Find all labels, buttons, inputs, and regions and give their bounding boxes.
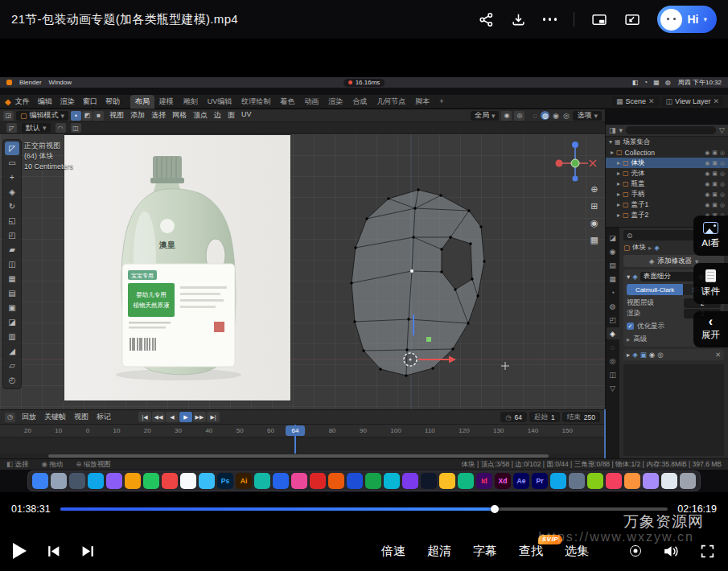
dock-app-icon[interactable] bbox=[439, 473, 455, 489]
falloff-icon[interactable]: ◠ bbox=[56, 123, 66, 133]
ai-assistant-button[interactable]: AI看 bbox=[693, 216, 728, 256]
dock-app-icon[interactable] bbox=[69, 473, 85, 489]
current-frame-field[interactable]: ◷64 bbox=[500, 412, 527, 422]
eye-toggle-icon[interactable]: ◉ bbox=[705, 191, 709, 198]
dock-app-icon[interactable] bbox=[624, 473, 640, 489]
workspace-tab[interactable]: + bbox=[434, 95, 448, 109]
modifier-header-collapsed[interactable]: ▸◈▣◉◎✕ bbox=[623, 349, 724, 360]
physics-tab-icon[interactable]: ◎ bbox=[607, 355, 619, 367]
workspace-tab[interactable]: 渲染 bbox=[323, 95, 348, 109]
zoom-icon[interactable]: ⊕ bbox=[590, 184, 598, 195]
catmull-clark-button[interactable]: Catmull-Clark bbox=[627, 284, 683, 295]
frame-start-field[interactable]: 起始1 bbox=[529, 412, 560, 422]
frame-end-field[interactable]: 结束250 bbox=[562, 412, 600, 422]
edge-mode-button[interactable]: ◩ bbox=[82, 111, 93, 121]
viewport-menu-item[interactable]: 顶点 bbox=[190, 110, 211, 121]
workspace-tab[interactable]: 纹理绘制 bbox=[236, 95, 275, 109]
eye-toggle-icon[interactable]: ◉ bbox=[705, 150, 709, 156]
options-dropdown[interactable]: 选项▾ bbox=[573, 111, 602, 121]
subtitle-button[interactable]: 字幕 SVIP bbox=[473, 544, 497, 559]
camera-toggle-icon[interactable]: ◎ bbox=[720, 150, 725, 156]
timeline-editor-icon[interactable]: ◷ bbox=[5, 413, 15, 422]
bevel-tool-icon[interactable]: ◪ bbox=[5, 315, 19, 329]
inset-tool-icon[interactable]: ▣ bbox=[5, 301, 19, 314]
dock-app-icon[interactable] bbox=[643, 473, 659, 489]
transform-tool-icon[interactable]: ◰ bbox=[5, 228, 19, 242]
volume-button[interactable] bbox=[663, 544, 678, 559]
camera-view-icon[interactable]: ◉ bbox=[590, 218, 598, 228]
expand-caret-icon[interactable]: ▾ bbox=[627, 273, 630, 281]
wifi-icon[interactable]: ◔ bbox=[644, 79, 648, 86]
extrude-tool-icon[interactable]: ▤ bbox=[5, 286, 19, 300]
workspace-tab[interactable]: 几何节点 bbox=[372, 95, 410, 109]
dock-app-icon[interactable]: Ai bbox=[236, 473, 252, 489]
wireframe-shading-icon[interactable]: ◌ bbox=[530, 111, 539, 120]
dock-app-icon[interactable] bbox=[421, 473, 437, 489]
workspace-tab[interactable]: 着色 bbox=[275, 95, 299, 109]
scene-selector[interactable]: ▦Scene✕ bbox=[612, 97, 659, 106]
screen-toggle-icon[interactable]: ▣ bbox=[712, 181, 718, 187]
outliner-filter-icon[interactable]: ▽ bbox=[719, 126, 725, 134]
dock-app-icon[interactable] bbox=[106, 473, 122, 489]
expand-button[interactable]: ‹ 展开 bbox=[693, 311, 728, 347]
dock-app-icon[interactable]: Ae bbox=[513, 473, 529, 489]
object-tab-icon[interactable]: ◰ bbox=[607, 314, 619, 326]
next-episode-button[interactable] bbox=[80, 544, 96, 559]
spotlight-icon[interactable]: ◍ bbox=[665, 79, 671, 86]
screen-toggle-icon[interactable]: ▣ bbox=[712, 191, 718, 198]
checkbox-checked-icon[interactable]: ✓ bbox=[627, 322, 634, 330]
dock-app-icon[interactable] bbox=[180, 473, 196, 489]
move-tool-icon[interactable]: ◈ bbox=[5, 185, 19, 199]
viewlayer-selector[interactable]: ◫View Layer✕ bbox=[662, 97, 723, 106]
particles-tab-icon[interactable]: ◌ bbox=[607, 341, 619, 353]
outliner-dropdown-icon[interactable]: ▾ bbox=[619, 126, 623, 134]
dock-app-icon[interactable] bbox=[347, 473, 363, 489]
eye-toggle-icon[interactable]: ◉ bbox=[705, 202, 709, 208]
user-badge-button[interactable]: Hi ▾ bbox=[657, 6, 717, 33]
screen-toggle-icon[interactable]: ▣ bbox=[712, 150, 718, 156]
toggle-ortho-icon[interactable]: ▦ bbox=[590, 235, 598, 245]
modifier-name-field[interactable]: 表面细分 bbox=[640, 272, 696, 281]
workspace-tab[interactable]: 雕刻 bbox=[179, 95, 203, 109]
constraint-tab-icon[interactable]: ◫ bbox=[607, 368, 619, 380]
dock-app-icon[interactable] bbox=[365, 473, 381, 489]
dock-app-icon[interactable] bbox=[291, 473, 307, 489]
data-tab-icon[interactable]: ▽ bbox=[607, 382, 619, 394]
speed-button[interactable]: 倍速 SVIP bbox=[381, 544, 405, 559]
dock-app-icon[interactable] bbox=[661, 473, 677, 489]
dock-app-icon[interactable] bbox=[125, 473, 141, 489]
add-cube-tool-icon[interactable]: ▦ bbox=[5, 272, 19, 286]
rotate-tool-icon[interactable]: ↻ bbox=[5, 199, 19, 213]
camera-toggle-icon[interactable]: ◎ bbox=[720, 170, 725, 177]
play-button[interactable] bbox=[13, 543, 27, 559]
poly-build-tool-icon[interactable]: ▱ bbox=[5, 359, 19, 372]
knife-tool-icon[interactable]: ◢ bbox=[5, 344, 19, 358]
tweak-tool-icon[interactable]: ◸ bbox=[5, 142, 19, 155]
timeline-menu-item[interactable]: 关键帧 bbox=[41, 412, 69, 422]
loop-cut-tool-icon[interactable]: ▥ bbox=[5, 330, 19, 343]
outliner-search-input[interactable] bbox=[626, 126, 716, 134]
viewport-menu-item[interactable]: 面 bbox=[224, 110, 238, 121]
mirror-x-icon[interactable]: ◫ bbox=[71, 123, 81, 133]
share-button[interactable] bbox=[479, 12, 494, 27]
video-surface[interactable]: BlenderWindow 16.16ms ◧◔▦◍ 周四 下午10:32 ◆ … bbox=[0, 77, 728, 492]
timeline-menu-item[interactable]: 标记 bbox=[93, 412, 114, 422]
output-tab-icon[interactable]: ▤ bbox=[607, 259, 619, 271]
timeline-channel[interactable] bbox=[0, 437, 605, 454]
select-box-tool-icon[interactable]: ▭ bbox=[5, 156, 19, 170]
proportional-edit-icon[interactable]: ◎ bbox=[514, 111, 524, 121]
rendered-shading-icon[interactable]: ◎ bbox=[561, 111, 570, 120]
dock-app-icon[interactable] bbox=[254, 473, 270, 489]
dock-app-icon[interactable] bbox=[550, 473, 566, 489]
outliner-scene-collection[interactable]: ▾▦ 场景集合 bbox=[606, 137, 728, 147]
more-button[interactable] bbox=[543, 18, 557, 21]
dock-app-icon[interactable] bbox=[587, 473, 603, 489]
next-keyframe-button[interactable]: ▶▶ bbox=[193, 412, 206, 422]
viewport-3d[interactable]: 澳皇 宝宝专用 婴幼儿专用 植物天然原液 bbox=[0, 134, 605, 409]
pan-icon[interactable]: ⊞ bbox=[590, 201, 598, 212]
outliner-item[interactable]: ▸▢ 体块 ◉▣◎ bbox=[606, 158, 728, 168]
mac-menu-item[interactable]: Window bbox=[49, 79, 72, 86]
screen-toggle-icon[interactable]: ▣ bbox=[712, 202, 718, 208]
battery-icon[interactable]: ◧ bbox=[632, 79, 639, 86]
spin-tool-icon[interactable]: ◴ bbox=[5, 373, 19, 387]
